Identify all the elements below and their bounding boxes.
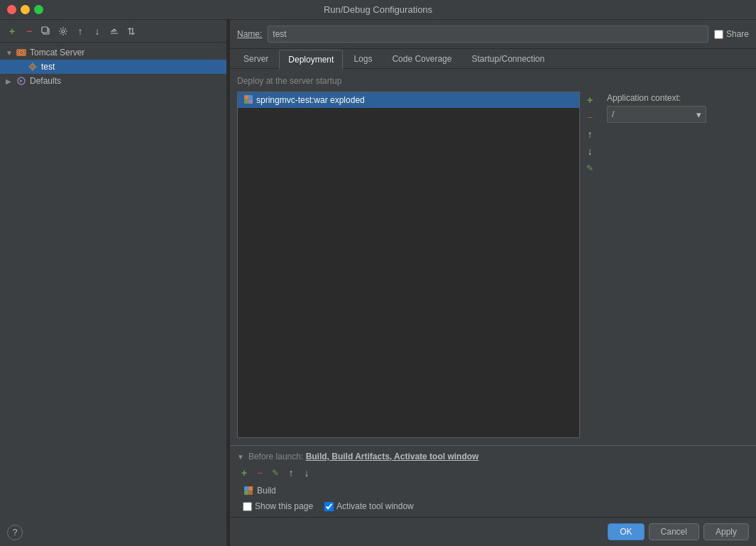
- show-page-checkbox[interactable]: [243, 502, 252, 511]
- svg-rect-12: [248, 99, 253, 104]
- tomcat-server-label: Tomcat Server: [30, 48, 84, 58]
- settings-button[interactable]: [55, 23, 71, 39]
- deploy-add-button[interactable]: +: [583, 93, 597, 107]
- tree-arrow-tomcat: ▼: [6, 49, 14, 57]
- config-tree: ▼ Tomcat Server: [0, 43, 226, 546]
- svg-rect-9: [244, 95, 248, 99]
- tab-server[interactable]: Server: [234, 49, 278, 68]
- share-row: Share: [714, 29, 749, 39]
- main-container: + − ↑ ↓ ⇅: [0, 20, 756, 546]
- svg-rect-15: [244, 491, 248, 495]
- defaults-icon: [16, 75, 27, 87]
- deployment-area: Deploy at the server startup: [230, 69, 756, 445]
- artifact-name: springmvc-test:war exploded: [256, 95, 365, 105]
- show-page-checkbox-item: Show this page: [243, 501, 313, 511]
- svg-rect-13: [244, 486, 248, 491]
- deploy-list-container: springmvc-test:war exploded + − ↑ ↓ ✎: [237, 92, 600, 438]
- add-config-button[interactable]: +: [4, 23, 20, 39]
- app-context-label: Application context:: [607, 93, 749, 103]
- tree-arrow-defaults: ▶: [6, 77, 14, 85]
- cancel-button[interactable]: Cancel: [649, 523, 699, 540]
- svg-rect-14: [248, 486, 253, 491]
- tree-item-defaults[interactable]: ▶ Defaults: [0, 74, 226, 88]
- bottom-bar: OK Cancel Apply: [230, 517, 756, 546]
- deploy-remove-button[interactable]: −: [583, 110, 597, 124]
- activate-tool-checkbox-item: Activate tool window: [324, 501, 414, 511]
- activate-tool-checkbox[interactable]: [324, 502, 334, 511]
- svg-point-5: [21, 52, 22, 53]
- tabs-bar: Server Deployment Logs Code Coverage Sta…: [230, 49, 756, 69]
- tomcat-icon: [16, 47, 27, 58]
- right-panel: Name: Share Server Deployment Logs Code …: [230, 20, 756, 546]
- name-row: Name: Share: [230, 20, 756, 49]
- deploy-list-item[interactable]: springmvc-test:war exploded: [238, 92, 579, 108]
- deploy-actions: + − ↑ ↓ ✎: [580, 92, 600, 438]
- name-input[interactable]: [268, 26, 708, 43]
- tab-logs[interactable]: Logs: [344, 49, 381, 68]
- svg-rect-1: [42, 27, 48, 33]
- build-item-label: Build: [257, 486, 276, 496]
- deploy-edit-button[interactable]: ✎: [583, 161, 597, 175]
- svg-point-2: [62, 30, 65, 33]
- before-launch-add-button[interactable]: +: [237, 466, 251, 480]
- svg-point-7: [32, 66, 33, 67]
- defaults-item-label: Defaults: [30, 76, 61, 86]
- test-item-label: test: [41, 62, 55, 72]
- apply-button[interactable]: Apply: [703, 523, 749, 540]
- artifact-icon: [243, 94, 253, 106]
- test-icon: [27, 61, 38, 72]
- tree-item-test[interactable]: test: [0, 60, 226, 74]
- deploy-main: springmvc-test:war exploded + − ↑ ↓ ✎: [237, 92, 749, 438]
- deploy-up-button[interactable]: ↑: [583, 127, 597, 141]
- maximize-button[interactable]: [34, 5, 43, 14]
- close-button[interactable]: [7, 5, 16, 14]
- tab-content-deployment: Deploy at the server startup: [230, 69, 756, 445]
- context-dropdown-button[interactable]: ▾: [692, 106, 706, 123]
- remove-config-button[interactable]: −: [21, 23, 37, 39]
- svg-rect-10: [248, 95, 253, 99]
- deploy-at-startup-label: Deploy at the server startup: [237, 76, 749, 86]
- left-panel: + − ↑ ↓ ⇅: [0, 20, 227, 546]
- left-toolbar: + − ↑ ↓ ⇅: [0, 20, 226, 43]
- ok-button[interactable]: OK: [608, 523, 644, 540]
- before-launch-title: Before launch: Build, Build Artifacts, A…: [248, 452, 479, 462]
- before-launch-toggle[interactable]: ▼: [237, 453, 244, 461]
- before-launch-edit-button[interactable]: ✎: [268, 466, 283, 480]
- deploy-list: springmvc-test:war exploded: [237, 92, 580, 438]
- copy-config-button[interactable]: [38, 23, 54, 39]
- deploy-down-button[interactable]: ↓: [583, 144, 597, 158]
- build-icon: [243, 485, 254, 496]
- checkboxes-row: Show this page Activate tool window: [237, 498, 749, 514]
- before-launch-remove-button[interactable]: −: [253, 466, 267, 480]
- move-up-button[interactable]: ↑: [72, 23, 88, 39]
- help-button[interactable]: ?: [7, 525, 23, 540]
- tab-deployment[interactable]: Deployment: [279, 50, 343, 69]
- move-up-group-button[interactable]: [106, 23, 122, 39]
- minimize-button[interactable]: [21, 5, 30, 14]
- window-title: Run/Debug Configurations: [324, 4, 432, 15]
- tree-item-tomcat-server[interactable]: ▼ Tomcat Server: [0, 45, 226, 60]
- before-launch-toolbar: + − ✎ ↑ ↓: [237, 466, 749, 480]
- svg-rect-11: [244, 99, 248, 104]
- name-label: Name:: [237, 29, 262, 39]
- tab-code-coverage[interactable]: Code Coverage: [383, 49, 461, 68]
- activate-tool-label[interactable]: Activate tool window: [336, 501, 414, 511]
- sort-button[interactable]: ⇅: [124, 23, 139, 39]
- build-list-item: Build: [237, 483, 749, 498]
- title-bar: Run/Debug Configurations: [0, 0, 756, 20]
- tab-startup-connection[interactable]: Startup/Connection: [462, 49, 554, 68]
- before-launch-header: ▼ Before launch: Build, Build Artifacts,…: [237, 452, 749, 462]
- share-label: Share: [726, 29, 749, 39]
- before-launch-up-button[interactable]: ↑: [284, 466, 298, 480]
- before-launch-down-button[interactable]: ↓: [300, 466, 314, 480]
- move-down-button[interactable]: ↓: [89, 23, 105, 39]
- app-context-select: ▾: [607, 106, 749, 123]
- context-path-input[interactable]: [607, 106, 692, 123]
- share-checkbox[interactable]: [714, 30, 723, 39]
- app-context-area: Application context: ▾: [607, 92, 749, 438]
- svg-rect-16: [248, 491, 253, 495]
- show-page-label[interactable]: Show this page: [255, 501, 313, 511]
- before-launch-section: ▼ Before launch: Build, Build Artifacts,…: [230, 445, 756, 517]
- window-controls: [7, 5, 43, 14]
